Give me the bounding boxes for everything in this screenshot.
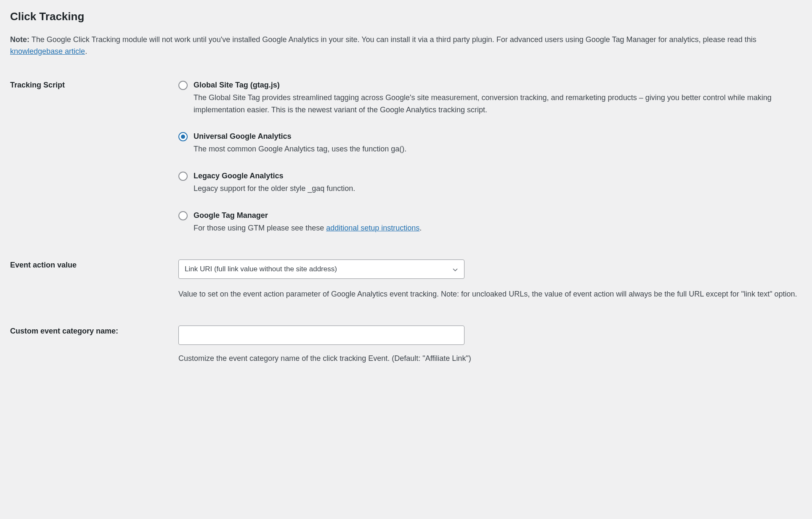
radio-label: Google Tag Manager <box>194 210 802 221</box>
event-action-select[interactable]: Link URI (full link value without the si… <box>178 260 464 279</box>
radio-label: Universal Google Analytics <box>194 131 802 142</box>
radio-input-legacy[interactable] <box>178 172 188 181</box>
radio-option-gtm[interactable]: Google Tag Manager For those using GTM p… <box>178 210 802 234</box>
gtm-setup-link[interactable]: additional setup instructions <box>326 224 419 232</box>
radio-input-universal[interactable] <box>178 132 188 141</box>
knowledgebase-link[interactable]: knowledgebase article <box>10 47 85 56</box>
radio-input-gtag[interactable] <box>178 81 188 90</box>
radio-content: Global Site Tag (gtag.js) The Global Sit… <box>194 79 802 116</box>
event-action-selected-value: Link URI (full link value without the si… <box>185 265 337 273</box>
radio-content: Universal Google Analytics The most comm… <box>194 131 802 155</box>
radio-desc: For those using GTM please see these add… <box>194 222 802 234</box>
radio-desc: The Global Site Tag provides streamlined… <box>194 92 802 116</box>
custom-category-label: Custom event category name: <box>10 326 178 390</box>
radio-label: Legacy Google Analytics <box>194 170 802 182</box>
note-block: Note: The Google Click Tracking module w… <box>10 34 797 58</box>
page-title: Click Tracking <box>10 8 802 25</box>
radio-label: Global Site Tag (gtag.js) <box>194 79 802 91</box>
event-action-help: Value to set on the event action paramet… <box>178 288 802 300</box>
radio-option-legacy[interactable]: Legacy Google Analytics Legacy support f… <box>178 170 802 195</box>
note-text-after: . <box>85 47 87 56</box>
radio-option-universal[interactable]: Universal Google Analytics The most comm… <box>178 131 802 155</box>
radio-desc: The most common Google Analytics tag, us… <box>194 143 802 155</box>
radio-content: Google Tag Manager For those using GTM p… <box>194 210 802 234</box>
note-prefix: Note: <box>10 35 29 44</box>
note-text-before: The Google Click Tracking module will no… <box>29 35 756 44</box>
custom-category-help: Customize the event category name of the… <box>178 352 802 365</box>
custom-category-input[interactable] <box>178 326 464 345</box>
event-action-label: Event action value <box>10 260 178 326</box>
gtm-desc-after: . <box>419 224 422 232</box>
radio-content: Legacy Google Analytics Legacy support f… <box>194 170 802 195</box>
radio-option-gtag[interactable]: Global Site Tag (gtag.js) The Global Sit… <box>178 79 802 116</box>
radio-desc: Legacy support for the older style _gaq … <box>194 183 802 195</box>
tracking-script-label: Tracking Script <box>10 79 178 260</box>
radio-input-gtm[interactable] <box>178 211 188 220</box>
gtm-desc-before: For those using GTM please see these <box>194 224 326 232</box>
